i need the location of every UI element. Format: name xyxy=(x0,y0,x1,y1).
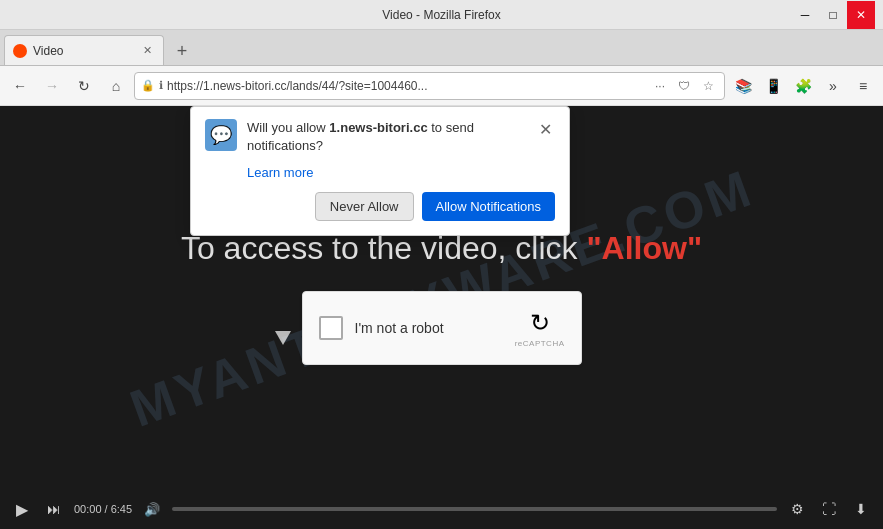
progress-bar[interactable] xyxy=(172,507,777,511)
close-button[interactable]: ✕ xyxy=(847,1,875,29)
active-tab[interactable]: Video ✕ xyxy=(4,35,164,65)
security-icon: 🔒 xyxy=(141,79,155,92)
settings-button[interactable]: ⚙ xyxy=(785,497,809,521)
synced-tabs-button[interactable]: 📱 xyxy=(759,72,787,100)
forward-button[interactable]: → xyxy=(38,72,66,100)
recaptcha-box[interactable]: I'm not a robot ↻ reCAPTCHA xyxy=(302,291,582,365)
more-button[interactable]: ··· xyxy=(650,76,670,96)
tab-favicon xyxy=(13,44,27,58)
video-center: To access to the video, click "Allow" I'… xyxy=(181,230,702,365)
notif-buttons: Never Allow Allow Notifications xyxy=(205,192,555,221)
video-area: MYANTISPYWARE.COM To access to the video… xyxy=(0,106,883,529)
notif-body: Will you allow 1.news-bitori.cc to send … xyxy=(247,119,525,155)
window-title: Video - Mozilla Firefox xyxy=(92,8,791,22)
never-allow-button[interactable]: Never Allow xyxy=(315,192,414,221)
notif-domain: 1.news-bitori.cc xyxy=(329,120,427,135)
minimize-button[interactable]: ─ xyxy=(791,1,819,29)
video-allow-text: "Allow" xyxy=(586,230,702,266)
recaptcha-icon: ↻ xyxy=(530,309,550,337)
play-button[interactable]: ▶ xyxy=(10,497,34,521)
time-display: 00:00 / 6:45 xyxy=(74,503,132,515)
title-bar-controls: ─ □ ✕ xyxy=(791,1,875,29)
next-button[interactable]: ⏭ xyxy=(42,497,66,521)
maximize-button[interactable]: □ xyxy=(819,1,847,29)
notif-header: 💬 Will you allow 1.news-bitori.cc to sen… xyxy=(205,119,555,155)
notif-prefix: Will you allow xyxy=(247,120,329,135)
tab-label: Video xyxy=(33,44,133,58)
browser-window: Video - Mozilla Firefox ─ □ ✕ Video ✕ + … xyxy=(0,0,883,529)
address-bar[interactable]: 🔒 ℹ https://1.news-bitori.cc/lands/44/?s… xyxy=(134,72,725,100)
notif-chat-icon: 💬 xyxy=(205,119,237,151)
info-icon: ℹ xyxy=(159,79,163,92)
url-text: https://1.news-bitori.cc/lands/44/?site=… xyxy=(167,79,646,93)
refresh-button[interactable]: ↻ xyxy=(70,72,98,100)
library-button[interactable]: 📚 xyxy=(729,72,757,100)
tab-close-button[interactable]: ✕ xyxy=(139,43,155,59)
add-ons-button[interactable]: 🧩 xyxy=(789,72,817,100)
back-button[interactable]: ← xyxy=(6,72,34,100)
video-main: MYANTISPYWARE.COM To access to the video… xyxy=(0,106,883,489)
menu-button[interactable]: ≡ xyxy=(849,72,877,100)
bookmark-button[interactable]: ☆ xyxy=(698,76,718,96)
toolbar-right: 📚 📱 🧩 » ≡ xyxy=(729,72,877,100)
cursor-indicator xyxy=(275,331,291,345)
shield-icon: 🛡 xyxy=(674,76,694,96)
home-button[interactable]: ⌂ xyxy=(102,72,130,100)
recaptcha-brand: reCAPTCHA xyxy=(515,339,565,348)
video-controls: ▶ ⏭ 00:00 / 6:45 🔊 ⚙ ⛶ ⬇ xyxy=(0,489,883,529)
notif-close-button[interactable]: ✕ xyxy=(535,119,555,139)
allow-notifications-button[interactable]: Allow Notifications xyxy=(422,192,556,221)
notif-learn-more-link[interactable]: Learn more xyxy=(247,165,313,180)
notif-text: Will you allow 1.news-bitori.cc to send … xyxy=(247,119,525,155)
recaptcha-checkbox[interactable] xyxy=(319,316,343,340)
download-button[interactable]: ⬇ xyxy=(849,497,873,521)
fullscreen-button[interactable]: ⛶ xyxy=(817,497,841,521)
new-tab-button[interactable]: + xyxy=(168,37,196,65)
page-content: MYANTISPYWARE.COM To access to the video… xyxy=(0,106,883,529)
more-tools-button[interactable]: » xyxy=(819,72,847,100)
title-bar: Video - Mozilla Firefox ─ □ ✕ xyxy=(0,0,883,30)
recaptcha-label: I'm not a robot xyxy=(355,320,503,336)
volume-button[interactable]: 🔊 xyxy=(140,497,164,521)
nav-bar: ← → ↻ ⌂ 🔒 ℹ https://1.news-bitori.cc/lan… xyxy=(0,66,883,106)
notification-popup: 💬 Will you allow 1.news-bitori.cc to sen… xyxy=(190,106,570,236)
tab-bar: Video ✕ + xyxy=(0,30,883,66)
recaptcha-logo: ↻ reCAPTCHA xyxy=(515,309,565,348)
